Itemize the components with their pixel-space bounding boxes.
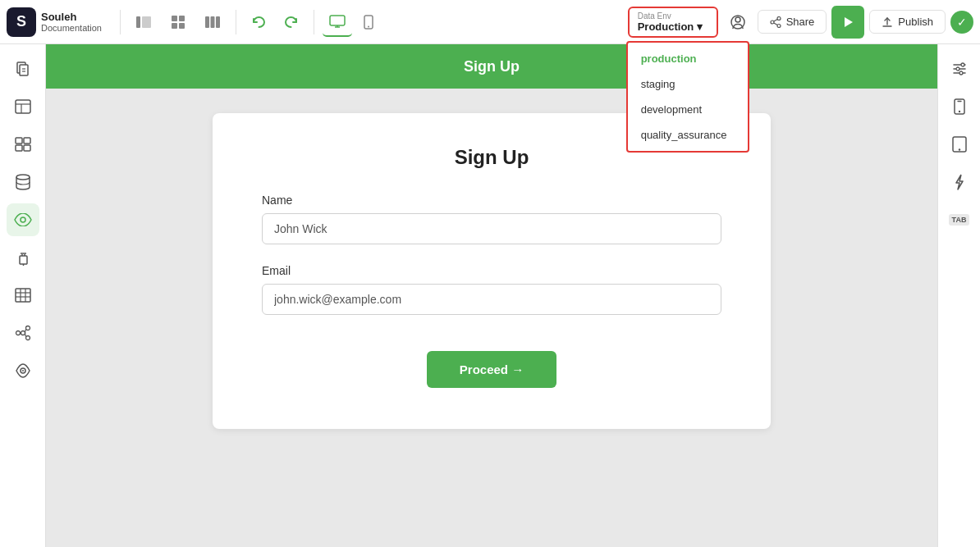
svg-point-61 bbox=[956, 67, 959, 71]
svg-rect-8 bbox=[216, 16, 220, 28]
share-icon bbox=[770, 16, 781, 28]
data-env-value: Production ▾ bbox=[638, 21, 703, 33]
redo-icon bbox=[284, 15, 299, 30]
email-form-group: Email bbox=[262, 264, 721, 315]
sidebar-icon-plugin[interactable] bbox=[7, 241, 39, 274]
play-icon bbox=[841, 16, 854, 29]
proceed-btn[interactable]: Proceed → bbox=[427, 351, 556, 388]
svg-point-36 bbox=[21, 217, 25, 222]
data-env-wrapper: Data Env Production ▾ production staging… bbox=[628, 7, 718, 38]
svg-rect-32 bbox=[24, 138, 30, 144]
undo-icon bbox=[251, 15, 266, 30]
svg-point-13 bbox=[368, 25, 369, 27]
properties-icon bbox=[952, 62, 967, 75]
svg-rect-0 bbox=[136, 16, 140, 28]
svg-point-48 bbox=[25, 326, 30, 330]
env-option-development[interactable]: development bbox=[628, 97, 748, 122]
share-btn[interactable]: Share bbox=[758, 10, 827, 34]
data-env-dropdown: production staging development quality_a… bbox=[626, 41, 749, 153]
topbar-divider-3 bbox=[314, 10, 314, 34]
preview-icon bbox=[15, 362, 31, 379]
tablet-icon bbox=[952, 136, 967, 153]
env-option-production[interactable]: production bbox=[628, 46, 748, 71]
svg-point-62 bbox=[959, 71, 963, 75]
app-subtitle: Documentation bbox=[41, 23, 102, 33]
plugin-icon bbox=[15, 249, 31, 266]
main-layout: Sign Up Sign Up Name Email Proceed → bbox=[0, 44, 980, 547]
tab-badge: TAB bbox=[949, 214, 970, 226]
publish-label: Publish bbox=[898, 16, 933, 28]
sidebar-icon-components[interactable] bbox=[7, 128, 39, 161]
mobile-icon bbox=[364, 15, 373, 30]
svg-rect-28 bbox=[16, 100, 30, 113]
env-option-quality-assurance[interactable]: quality_assurance bbox=[628, 122, 748, 148]
sidebar-icon-eye[interactable] bbox=[7, 203, 39, 236]
svg-rect-5 bbox=[179, 23, 185, 29]
env-option-staging[interactable]: staging bbox=[628, 71, 748, 97]
svg-point-35 bbox=[16, 175, 30, 180]
page-header-text: Sign Up bbox=[464, 58, 520, 75]
svg-marker-21 bbox=[845, 17, 853, 27]
device-icons bbox=[323, 7, 383, 37]
desktop-btn[interactable] bbox=[323, 7, 352, 37]
svg-rect-6 bbox=[205, 16, 209, 28]
grid-icon bbox=[172, 16, 185, 29]
email-input[interactable] bbox=[262, 284, 721, 315]
svg-point-67 bbox=[958, 148, 959, 150]
workflow-icon bbox=[15, 325, 31, 341]
play-btn[interactable] bbox=[831, 6, 864, 39]
name-input[interactable] bbox=[262, 213, 721, 244]
right-icon-mobile[interactable] bbox=[943, 90, 976, 123]
sidebar-icon-layout[interactable] bbox=[7, 90, 39, 123]
svg-point-50 bbox=[21, 331, 25, 335]
canvas-area: Sign Up Sign Up Name Email Proceed → bbox=[46, 44, 937, 547]
right-icon-tab[interactable]: TAB bbox=[943, 203, 976, 236]
app-logo: S bbox=[7, 7, 36, 37]
status-check: ✓ bbox=[950, 11, 973, 34]
database-icon bbox=[16, 174, 30, 190]
publish-btn[interactable]: Publish bbox=[869, 10, 946, 34]
settings-btn[interactable] bbox=[723, 7, 753, 37]
proceed-btn-wrapper: Proceed → bbox=[262, 335, 721, 388]
svg-rect-25 bbox=[20, 65, 28, 75]
svg-point-49 bbox=[25, 336, 30, 340]
pages-icon bbox=[15, 61, 31, 77]
svg-rect-3 bbox=[179, 16, 185, 21]
components-icon bbox=[15, 137, 31, 152]
svg-line-19 bbox=[773, 19, 776, 21]
grid-view-btn[interactable] bbox=[163, 7, 193, 37]
right-icon-properties[interactable] bbox=[943, 52, 976, 85]
mobile-preview-btn[interactable] bbox=[354, 7, 383, 37]
svg-rect-4 bbox=[172, 23, 177, 29]
page-header-bar: Sign Up bbox=[46, 44, 937, 89]
svg-point-18 bbox=[777, 24, 781, 27]
svg-line-20 bbox=[773, 23, 776, 25]
column-view-btn[interactable] bbox=[198, 7, 227, 37]
right-icon-lightning[interactable] bbox=[943, 166, 976, 198]
publish-icon bbox=[882, 16, 893, 28]
sidebar-toggle-btn[interactable] bbox=[129, 7, 158, 37]
undo-btn[interactable] bbox=[245, 8, 272, 36]
topbar: S Souleh Documentation bbox=[0, 0, 980, 44]
columns-icon bbox=[205, 16, 220, 28]
eye-icon bbox=[14, 213, 32, 226]
svg-rect-34 bbox=[24, 145, 30, 151]
share-label: Share bbox=[786, 16, 815, 28]
sidebar-icon-database[interactable] bbox=[7, 166, 39, 198]
redo-btn[interactable] bbox=[277, 8, 305, 36]
svg-point-15 bbox=[735, 17, 740, 22]
sidebar-icon-pages[interactable] bbox=[7, 52, 39, 85]
topbar-divider-2 bbox=[236, 10, 236, 34]
sidebar-icon-preview[interactable] bbox=[7, 354, 39, 387]
svg-point-60 bbox=[961, 63, 964, 66]
sidebar-icon-table[interactable] bbox=[7, 279, 39, 312]
svg-rect-42 bbox=[16, 289, 30, 302]
right-icon-tablet[interactable] bbox=[943, 128, 976, 161]
svg-rect-33 bbox=[16, 145, 22, 151]
sidebar-icon-workflow[interactable] bbox=[7, 317, 39, 349]
name-label: Name bbox=[262, 194, 721, 207]
data-env-btn[interactable]: Data Env Production ▾ bbox=[628, 7, 718, 38]
lightning-icon bbox=[953, 174, 966, 190]
svg-point-56 bbox=[22, 370, 24, 372]
left-sidebar bbox=[0, 44, 46, 547]
